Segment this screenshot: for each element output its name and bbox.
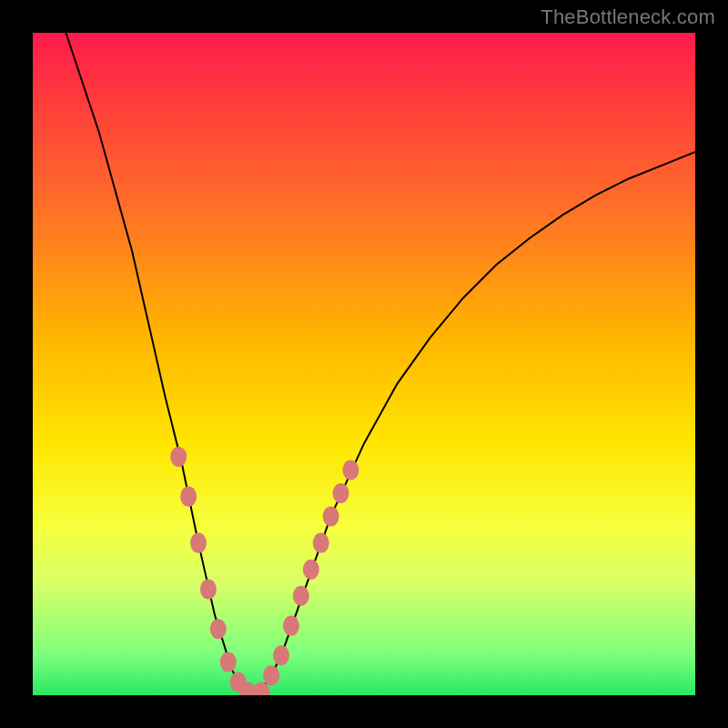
highlighted-marker — [220, 652, 237, 672]
highlighted-marker — [283, 616, 299, 636]
highlighted-marker — [190, 533, 207, 553]
highlighted-marker — [210, 619, 227, 639]
highlighted-markers-group — [170, 447, 359, 695]
curve-svg — [33, 33, 695, 695]
highlighted-marker — [170, 447, 187, 467]
highlighted-marker — [273, 645, 289, 665]
chart-plot-area — [33, 33, 695, 695]
highlighted-marker — [342, 460, 359, 480]
highlighted-marker — [200, 580, 217, 600]
highlighted-marker — [333, 483, 349, 503]
bottleneck-curve-line — [66, 33, 695, 695]
highlighted-marker — [313, 533, 329, 553]
highlighted-marker — [180, 487, 197, 507]
highlighted-marker — [263, 665, 279, 685]
watermark-text: TheBottleneck.com — [541, 5, 715, 29]
highlighted-marker — [303, 560, 319, 580]
highlighted-marker — [323, 506, 339, 526]
highlighted-marker — [293, 586, 309, 606]
